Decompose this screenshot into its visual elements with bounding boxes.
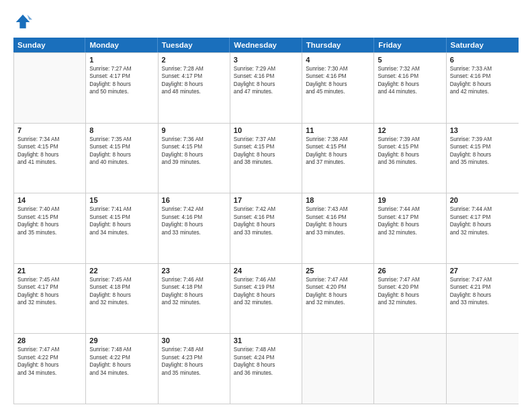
cell-line: Sunrise: 7:39 AM [378,136,442,143]
calendar-cell: 4Sunrise: 7:30 AMSunset: 4:16 PMDaylight… [302,53,374,123]
calendar-cell: 31Sunrise: 7:48 AMSunset: 4:24 PMDayligh… [230,334,302,404]
calendar-cell: 10Sunrise: 7:37 AMSunset: 4:15 PMDayligh… [230,124,302,193]
cell-line: and 33 minutes. [306,229,370,236]
calendar-cell: 23Sunrise: 7:46 AMSunset: 4:18 PMDayligh… [159,264,230,334]
day-number: 26 [378,267,442,275]
cell-line: and 38 minutes. [234,158,298,166]
cell-line: Sunset: 4:17 PM [17,283,82,291]
day-number: 4 [306,56,370,64]
cell-line: Daylight: 8 hours [378,291,442,299]
cell-line: Sunrise: 7:48 AM [162,346,226,353]
cell-line: Daylight: 8 hours [234,221,298,228]
cell-line: and 33 minutes. [162,229,226,236]
cell-line: Daylight: 8 hours [162,81,226,88]
calendar-cell [447,334,519,404]
cell-line: and 33 minutes. [450,299,515,306]
cell-line: and 44 minutes. [378,88,442,95]
cell-line: Daylight: 8 hours [89,151,154,158]
cell-line: Sunset: 4:16 PM [162,214,226,221]
cell-line: and 32 minutes. [378,229,442,236]
cell-line: Sunrise: 7:34 AM [17,136,82,143]
cell-line: Sunrise: 7:46 AM [234,276,298,283]
day-number: 16 [162,196,226,204]
cell-line: Sunset: 4:18 PM [89,283,154,291]
calendar-cell: 21Sunrise: 7:45 AMSunset: 4:17 PMDayligh… [14,264,86,334]
cell-line: Daylight: 8 hours [234,81,298,88]
calendar-cell [374,334,446,404]
weekday-header: Saturday [447,38,519,52]
cell-line: Sunset: 4:18 PM [162,283,226,291]
calendar-cell: 25Sunrise: 7:47 AMSunset: 4:20 PMDayligh… [302,264,374,334]
day-number: 24 [234,267,298,275]
cell-line: Sunset: 4:15 PM [17,143,82,150]
cell-line: Sunrise: 7:47 AM [306,276,370,283]
day-number: 30 [162,336,226,345]
calendar-cell: 12Sunrise: 7:39 AMSunset: 4:15 PMDayligh… [374,124,446,193]
weekday-header: Sunday [13,38,85,52]
cell-line: and 48 minutes. [162,88,226,95]
cell-line: Daylight: 8 hours [162,291,226,299]
calendar-cell: 26Sunrise: 7:47 AMSunset: 4:20 PMDayligh… [374,264,446,334]
day-number: 14 [17,196,82,204]
cell-line: and 32 minutes. [450,229,515,236]
weekday-header: Wednesday [230,38,302,52]
cell-line: and 37 minutes. [306,158,370,166]
cell-line: Sunrise: 7:27 AM [89,65,154,73]
calendar-cell: 28Sunrise: 7:47 AMSunset: 4:22 PMDayligh… [14,334,86,404]
cell-line: and 34 minutes. [89,229,154,236]
cell-line: Sunset: 4:20 PM [306,283,370,291]
calendar-cell: 11Sunrise: 7:38 AMSunset: 4:15 PMDayligh… [302,124,374,193]
calendar-row: 28Sunrise: 7:47 AMSunset: 4:22 PMDayligh… [14,333,519,404]
day-number: 3 [234,56,298,64]
calendar-body: 1Sunrise: 7:27 AMSunset: 4:17 PMDaylight… [13,52,519,404]
cell-line: and 35 minutes. [17,229,82,236]
calendar-row: 14Sunrise: 7:40 AMSunset: 4:15 PMDayligh… [14,193,519,263]
calendar-cell: 1Sunrise: 7:27 AMSunset: 4:17 PMDaylight… [86,53,158,123]
cell-line: and 45 minutes. [306,88,370,95]
cell-line: Sunrise: 7:36 AM [162,136,226,143]
cell-line: Sunrise: 7:38 AM [306,136,370,143]
cell-line: and 34 minutes. [17,369,82,377]
calendar-cell: 6Sunrise: 7:33 AMSunset: 4:16 PMDaylight… [447,53,519,123]
cell-line: Sunrise: 7:42 AM [162,205,226,213]
page: SundayMondayTuesdayWednesdayThursdayFrid… [0,0,532,411]
cell-line: and 50 minutes. [89,88,154,95]
cell-line: and 32 minutes. [306,299,370,306]
cell-line: Sunrise: 7:44 AM [450,205,515,213]
day-number: 25 [306,267,370,275]
cell-line: Daylight: 8 hours [89,291,154,299]
cell-line: Daylight: 8 hours [17,291,82,299]
cell-line: Daylight: 8 hours [306,221,370,228]
calendar-cell: 18Sunrise: 7:43 AMSunset: 4:16 PMDayligh… [302,193,374,263]
cell-line: Sunrise: 7:45 AM [17,276,82,283]
cell-line: Sunset: 4:16 PM [234,214,298,221]
logo-icon [13,12,32,31]
day-number: 31 [234,336,298,345]
cell-line: Sunset: 4:16 PM [234,73,298,80]
weekday-header: Friday [374,38,446,52]
cell-line: Daylight: 8 hours [162,151,226,158]
cell-line: and 42 minutes. [450,88,515,95]
cell-line: and 36 minutes. [378,158,442,166]
calendar-cell: 17Sunrise: 7:42 AMSunset: 4:16 PMDayligh… [230,193,302,263]
calendar-cell: 30Sunrise: 7:48 AMSunset: 4:23 PMDayligh… [159,334,230,404]
cell-line: Sunrise: 7:40 AM [17,205,82,213]
cell-line: Sunset: 4:17 PM [162,73,226,80]
cell-line: Sunrise: 7:33 AM [450,65,515,73]
cell-line: and 32 minutes. [89,299,154,306]
calendar-row: 21Sunrise: 7:45 AMSunset: 4:17 PMDayligh… [14,263,519,334]
calendar-cell: 9Sunrise: 7:36 AMSunset: 4:15 PMDaylight… [159,124,230,193]
calendar-cell: 15Sunrise: 7:41 AMSunset: 4:15 PMDayligh… [86,193,158,263]
day-number: 19 [378,196,442,204]
cell-line: Sunset: 4:22 PM [89,354,154,361]
cell-line: and 36 minutes. [234,369,298,377]
day-number: 11 [306,126,370,134]
cell-line: Sunrise: 7:46 AM [162,276,226,283]
cell-line: Daylight: 8 hours [17,361,82,369]
calendar-cell: 3Sunrise: 7:29 AMSunset: 4:16 PMDaylight… [230,53,302,123]
cell-line: Sunset: 4:19 PM [234,283,298,291]
cell-line: Sunrise: 7:47 AM [378,276,442,283]
weekday-header: Monday [85,38,157,52]
cell-line: Sunset: 4:15 PM [162,143,226,150]
svg-marker-0 [16,15,30,29]
